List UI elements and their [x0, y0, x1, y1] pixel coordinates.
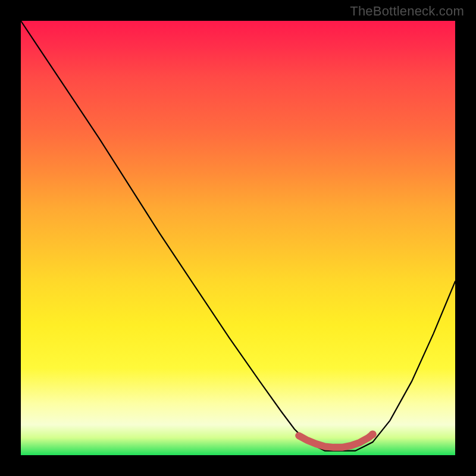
sweet-spot-marker: [299, 434, 372, 447]
attribution-text: TheBottleneck.com: [350, 4, 464, 19]
bottleneck-curve: [21, 21, 455, 451]
sweet-spot-end-dot: [369, 430, 377, 438]
chart-frame: TheBottleneck.com: [0, 0, 476, 476]
curve-svg: [21, 21, 455, 455]
